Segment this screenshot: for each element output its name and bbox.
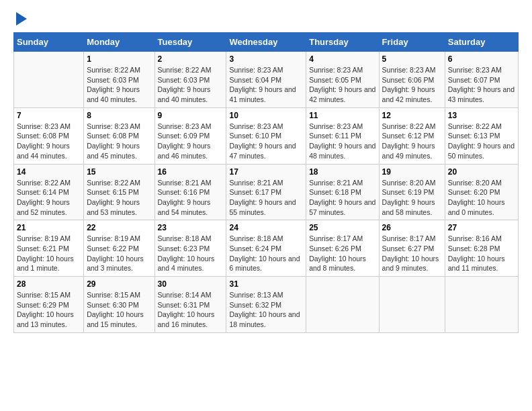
day-number: 4 xyxy=(309,54,375,64)
day-number: 31 xyxy=(229,279,303,289)
day-info: Sunrise: 8:13 AMSunset: 6:32 PMDaylight:… xyxy=(229,290,303,330)
calendar-cell xyxy=(379,277,445,333)
day-info: Sunrise: 8:23 AMSunset: 6:10 PMDaylight:… xyxy=(229,122,303,161)
calendar-cell xyxy=(445,277,518,333)
calendar-cell xyxy=(14,52,84,108)
day-info: Sunrise: 8:21 AMSunset: 6:17 PMDaylight:… xyxy=(229,178,303,218)
day-info: Sunrise: 8:22 AMSunset: 6:13 PMDaylight:… xyxy=(448,122,515,161)
day-info: Sunrise: 8:15 AMSunset: 6:29 PMDaylight:… xyxy=(17,290,81,330)
day-number: 10 xyxy=(229,111,303,120)
calendar-cell: 3Sunrise: 8:23 AMSunset: 6:04 PMDaylight… xyxy=(226,52,306,108)
day-number: 12 xyxy=(382,111,442,120)
day-number: 30 xyxy=(158,279,224,289)
calendar-cell: 4Sunrise: 8:23 AMSunset: 6:05 PMDaylight… xyxy=(306,52,379,108)
day-info: Sunrise: 8:20 AMSunset: 6:19 PMDaylight:… xyxy=(382,178,442,218)
column-header-saturday: Saturday xyxy=(445,33,518,52)
page-header xyxy=(13,13,519,26)
calendar-cell: 17Sunrise: 8:21 AMSunset: 6:17 PMDayligh… xyxy=(226,164,306,220)
calendar-cell: 30Sunrise: 8:14 AMSunset: 6:31 PMDayligh… xyxy=(154,277,226,333)
day-number: 29 xyxy=(87,279,151,289)
calendar-cell: 1Sunrise: 8:22 AMSunset: 6:03 PMDaylight… xyxy=(84,52,154,108)
calendar-cell: 27Sunrise: 8:16 AMSunset: 6:28 PMDayligh… xyxy=(445,220,518,277)
day-number: 1 xyxy=(87,54,151,64)
day-info: Sunrise: 8:22 AMSunset: 6:03 PMDaylight:… xyxy=(87,65,151,105)
calendar-cell: 10Sunrise: 8:23 AMSunset: 6:10 PMDayligh… xyxy=(226,107,306,164)
calendar-cell: 13Sunrise: 8:22 AMSunset: 6:13 PMDayligh… xyxy=(445,107,518,164)
day-info: Sunrise: 8:14 AMSunset: 6:31 PMDaylight:… xyxy=(158,290,224,330)
day-number: 9 xyxy=(158,111,224,120)
day-number: 15 xyxy=(87,167,151,177)
day-info: Sunrise: 8:20 AMSunset: 6:20 PMDaylight:… xyxy=(448,178,515,218)
calendar-cell: 25Sunrise: 8:17 AMSunset: 6:26 PMDayligh… xyxy=(306,220,379,277)
day-info: Sunrise: 8:23 AMSunset: 6:07 PMDaylight:… xyxy=(448,65,515,105)
column-header-monday: Monday xyxy=(84,33,154,52)
day-number: 11 xyxy=(309,111,375,120)
day-info: Sunrise: 8:17 AMSunset: 6:27 PMDaylight:… xyxy=(382,234,442,273)
week-row-4: 21Sunrise: 8:19 AMSunset: 6:21 PMDayligh… xyxy=(14,220,519,277)
calendar-cell: 6Sunrise: 8:23 AMSunset: 6:07 PMDaylight… xyxy=(445,52,518,108)
day-number: 6 xyxy=(448,54,515,64)
day-info: Sunrise: 8:17 AMSunset: 6:26 PMDaylight:… xyxy=(309,234,375,273)
day-info: Sunrise: 8:18 AMSunset: 6:24 PMDaylight:… xyxy=(229,234,303,273)
day-number: 17 xyxy=(229,167,303,177)
week-row-2: 7Sunrise: 8:23 AMSunset: 6:08 PMDaylight… xyxy=(14,107,519,164)
calendar-header-row: SundayMondayTuesdayWednesdayThursdayFrid… xyxy=(14,33,519,52)
column-header-wednesday: Wednesday xyxy=(226,33,306,52)
day-info: Sunrise: 8:22 AMSunset: 6:14 PMDaylight:… xyxy=(17,178,81,218)
column-header-friday: Friday xyxy=(379,33,445,52)
logo-arrow-icon xyxy=(16,12,27,26)
day-info: Sunrise: 8:21 AMSunset: 6:18 PMDaylight:… xyxy=(309,178,375,218)
day-number: 2 xyxy=(158,54,224,64)
calendar-cell: 18Sunrise: 8:21 AMSunset: 6:18 PMDayligh… xyxy=(306,164,379,220)
calendar-cell: 9Sunrise: 8:23 AMSunset: 6:09 PMDaylight… xyxy=(154,107,226,164)
day-number: 21 xyxy=(17,223,81,232)
day-info: Sunrise: 8:23 AMSunset: 6:06 PMDaylight:… xyxy=(382,65,442,105)
day-number: 13 xyxy=(448,111,515,120)
calendar-cell: 8Sunrise: 8:23 AMSunset: 6:08 PMDaylight… xyxy=(84,107,154,164)
day-info: Sunrise: 8:15 AMSunset: 6:30 PMDaylight:… xyxy=(87,290,151,330)
calendar-cell xyxy=(306,277,379,333)
day-number: 23 xyxy=(158,223,224,232)
calendar-cell: 21Sunrise: 8:19 AMSunset: 6:21 PMDayligh… xyxy=(14,220,84,277)
column-header-thursday: Thursday xyxy=(306,33,379,52)
day-info: Sunrise: 8:16 AMSunset: 6:28 PMDaylight:… xyxy=(448,234,515,273)
calendar-cell: 11Sunrise: 8:23 AMSunset: 6:11 PMDayligh… xyxy=(306,107,379,164)
calendar-cell: 16Sunrise: 8:21 AMSunset: 6:16 PMDayligh… xyxy=(154,164,226,220)
day-number: 27 xyxy=(448,223,515,232)
column-header-tuesday: Tuesday xyxy=(154,33,226,52)
day-number: 22 xyxy=(87,223,151,232)
day-number: 3 xyxy=(229,54,303,64)
day-info: Sunrise: 8:22 AMSunset: 6:12 PMDaylight:… xyxy=(382,122,442,161)
day-number: 5 xyxy=(382,54,442,64)
day-info: Sunrise: 8:23 AMSunset: 6:09 PMDaylight:… xyxy=(158,122,224,161)
calendar-cell: 5Sunrise: 8:23 AMSunset: 6:06 PMDaylight… xyxy=(379,52,445,108)
calendar-cell: 22Sunrise: 8:19 AMSunset: 6:22 PMDayligh… xyxy=(84,220,154,277)
day-number: 16 xyxy=(158,167,224,177)
day-info: Sunrise: 8:23 AMSunset: 6:11 PMDaylight:… xyxy=(309,122,375,161)
calendar-cell: 24Sunrise: 8:18 AMSunset: 6:24 PMDayligh… xyxy=(226,220,306,277)
week-row-1: 1Sunrise: 8:22 AMSunset: 6:03 PMDaylight… xyxy=(14,52,519,108)
day-info: Sunrise: 8:23 AMSunset: 6:08 PMDaylight:… xyxy=(87,122,151,161)
day-info: Sunrise: 8:18 AMSunset: 6:23 PMDaylight:… xyxy=(158,234,224,273)
week-row-5: 28Sunrise: 8:15 AMSunset: 6:29 PMDayligh… xyxy=(14,277,519,333)
calendar-cell: 19Sunrise: 8:20 AMSunset: 6:19 PMDayligh… xyxy=(379,164,445,220)
calendar-cell: 28Sunrise: 8:15 AMSunset: 6:29 PMDayligh… xyxy=(14,277,84,333)
day-number: 26 xyxy=(382,223,442,232)
day-info: Sunrise: 8:22 AMSunset: 6:03 PMDaylight:… xyxy=(158,65,224,105)
day-number: 7 xyxy=(17,111,81,120)
logo xyxy=(13,13,27,26)
calendar-cell: 15Sunrise: 8:22 AMSunset: 6:15 PMDayligh… xyxy=(84,164,154,220)
calendar-cell: 14Sunrise: 8:22 AMSunset: 6:14 PMDayligh… xyxy=(14,164,84,220)
calendar-cell: 7Sunrise: 8:23 AMSunset: 6:08 PMDaylight… xyxy=(14,107,84,164)
calendar-cell: 23Sunrise: 8:18 AMSunset: 6:23 PMDayligh… xyxy=(154,220,226,277)
calendar-cell: 31Sunrise: 8:13 AMSunset: 6:32 PMDayligh… xyxy=(226,277,306,333)
day-number: 25 xyxy=(309,223,375,232)
day-number: 18 xyxy=(309,167,375,177)
calendar-table: SundayMondayTuesdayWednesdayThursdayFrid… xyxy=(13,32,519,333)
day-info: Sunrise: 8:21 AMSunset: 6:16 PMDaylight:… xyxy=(158,178,224,218)
calendar-cell: 20Sunrise: 8:20 AMSunset: 6:20 PMDayligh… xyxy=(445,164,518,220)
day-number: 14 xyxy=(17,167,81,177)
day-number: 28 xyxy=(17,279,81,289)
column-header-sunday: Sunday xyxy=(14,33,84,52)
day-info: Sunrise: 8:19 AMSunset: 6:22 PMDaylight:… xyxy=(87,234,151,273)
